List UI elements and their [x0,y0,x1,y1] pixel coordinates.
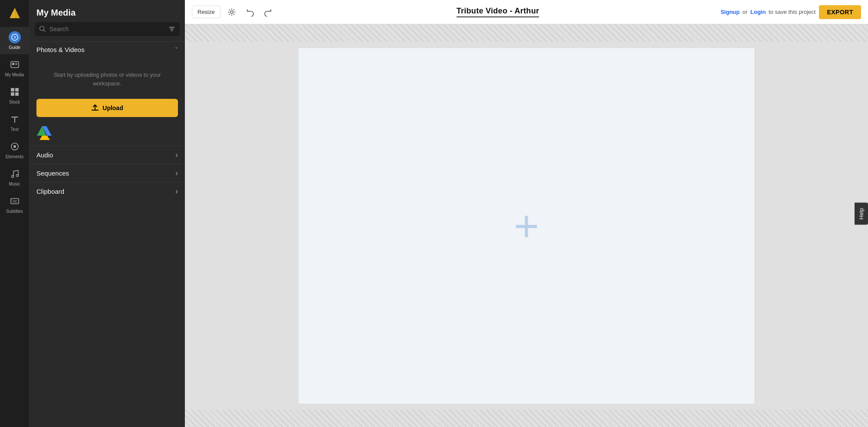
resize-button[interactable]: Resize [192,6,220,18]
sidebar-item-text[interactable]: Text [0,109,29,136]
redo-button[interactable] [261,5,275,19]
icon-nav: ? Guide My Media Stock [0,0,30,427]
search-bar-container [35,22,180,36]
redo-icon [264,8,273,16]
clipboard-label: Clipboard [36,188,64,195]
music-label: Music [9,182,20,186]
sidebar-item-music[interactable]: Music [0,163,29,191]
upload-icon [91,104,99,112]
svg-rect-11 [15,92,19,96]
canvas[interactable] [299,48,754,404]
svg-rect-8 [11,88,14,91]
elements-label: Elements [6,154,24,159]
photos-videos-content: Start by uploading photos or videos to y… [30,58,185,99]
auth-prompt: Signup or Login to save this project [720,9,815,15]
upload-button[interactable]: Upload [36,99,178,117]
clipboard-section-header[interactable]: Clipboard [30,182,185,200]
svg-rect-4 [11,62,19,68]
photos-videos-label: Photos & Videos [36,46,85,53]
project-title[interactable]: Tribute Video - Arthur [457,7,539,17]
upload-label: Upload [102,104,123,111]
audio-chevron [175,150,178,160]
photos-videos-chevron [175,46,178,53]
svg-marker-27 [39,136,50,140]
svg-text:?: ? [13,35,16,40]
stock-label: Stock [9,100,20,104]
svg-rect-1 [12,12,14,18]
sidebar-title: My Media [30,0,185,22]
plus-icon [514,204,539,248]
login-link[interactable]: Login [750,9,766,15]
stock-icon [9,86,21,98]
audio-label: Audio [36,151,53,159]
main-area: Resize Tribute Video [185,0,868,427]
google-drive-icon[interactable] [36,125,52,140]
guide-label: Guide [9,45,20,50]
photos-videos-section-header[interactable]: Photos & Videos [30,41,185,58]
undo-button[interactable] [243,5,257,19]
auth-or: or [743,9,748,15]
settings-button[interactable] [225,5,239,19]
guide-icon: ? [9,31,21,43]
settings-icon [227,8,236,16]
sidebar-item-subtitles[interactable]: CC Subtitles [0,191,29,218]
toolbar-right: Signup or Login to save this project EXP… [720,5,861,19]
svg-point-15 [13,145,16,148]
app-logo [6,4,23,22]
sidebar-item-elements[interactable]: Elements [0,136,29,163]
svg-marker-0 [10,8,20,18]
sequences-section-header[interactable]: Sequences [30,164,185,182]
elements-icon [9,140,21,153]
sequences-label: Sequences [36,169,69,177]
help-button[interactable]: Help [855,202,868,225]
export-button[interactable]: EXPORT [819,5,861,19]
svg-rect-5 [12,63,14,65]
toolbar-center: Tribute Video - Arthur [279,7,716,17]
empty-media-text: Start by uploading photos or videos to y… [36,62,178,95]
subtitles-label: Subtitles [6,209,23,214]
svg-point-28 [230,11,233,13]
canvas-wrapper[interactable] [185,24,868,427]
svg-rect-9 [15,88,19,91]
save-prompt: to save this project [769,9,815,15]
search-icon [39,26,46,33]
sidebar-item-guide[interactable]: ? Guide [0,27,29,54]
toolbar: Resize Tribute Video [185,0,868,24]
text-icon [9,113,21,125]
search-input[interactable] [49,26,165,33]
clipboard-chevron [175,187,178,196]
sequences-chevron [175,169,178,178]
sidebar-item-stock[interactable]: Stock [0,81,29,109]
music-icon [9,168,21,180]
subtitles-icon: CC [9,195,21,207]
signup-link[interactable]: Signup [720,9,740,15]
audio-section-header[interactable]: Audio [30,146,185,164]
media-icon [9,59,21,71]
my-media-label: My Media [5,72,24,77]
svg-rect-10 [11,92,14,96]
toolbar-left: Resize [192,5,275,19]
svg-text:CC: CC [12,200,16,203]
svg-line-21 [44,30,46,32]
text-label: Text [10,127,18,132]
sidebar-item-my-media[interactable]: My Media [0,54,29,81]
filter-icon[interactable] [168,26,175,33]
undo-icon [246,8,254,16]
sidebar-panel: My Media Photos & Videos Start by upload… [30,0,185,427]
